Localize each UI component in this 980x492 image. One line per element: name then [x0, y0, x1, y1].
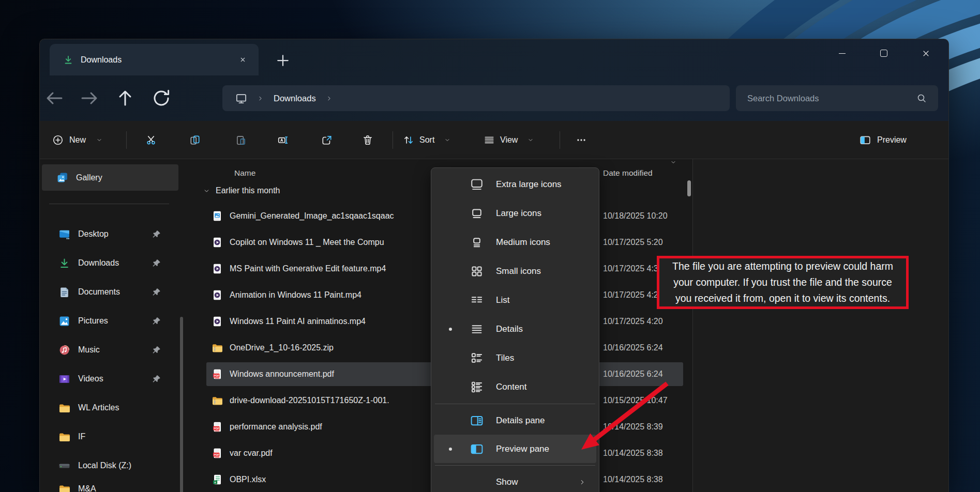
sidebar-item-wl-articles[interactable]: WL Articles [44, 396, 174, 419]
sidebar-item-m-a[interactable]: M&A [44, 478, 174, 492]
folder-icon [58, 402, 70, 414]
sidebar-item-videos[interactable]: Videos [44, 367, 174, 390]
search-box[interactable]: Search Downloads [736, 85, 938, 111]
sidebar-item-local-disk-z[interactable]: Local Disk (Z:) [44, 454, 174, 477]
pin-icon [152, 229, 161, 239]
forward-button[interactable] [79, 87, 100, 110]
chevron-down-icon [444, 137, 450, 143]
column-header-date-modified[interactable]: Date modified [603, 168, 653, 178]
preview-warning-text: The file you are attempting to preview c… [665, 258, 901, 306]
this-pc-icon[interactable] [235, 93, 247, 104]
up-button[interactable] [115, 87, 135, 110]
new-button[interactable]: New [52, 121, 102, 159]
copy-button[interactable] [184, 121, 206, 159]
rename-button[interactable] [272, 121, 294, 159]
sidebar-item-gallery[interactable]: Gallery [42, 164, 178, 191]
sidebar-scrollbar[interactable] [180, 317, 183, 492]
menu-item-large-icons[interactable]: Large icons [434, 199, 596, 228]
command-bar: New Sort View Preview [40, 121, 948, 159]
file-video-icon [212, 289, 223, 301]
search-icon[interactable] [916, 93, 927, 103]
menu-item-medium-icons[interactable]: Medium icons [434, 228, 596, 257]
sidebar-item-label: Desktop [78, 229, 109, 239]
breadcrumb-downloads[interactable]: Downloads [274, 94, 316, 103]
preview-toggle-button[interactable]: Preview [860, 121, 907, 159]
svg-text:PDF: PDF [214, 427, 220, 430]
file-date-modified: 10/14/2025 8:39 [603, 422, 682, 432]
menu-item-show[interactable]: Show [434, 468, 596, 492]
tab-close-icon[interactable] [235, 52, 250, 68]
file-date-modified: 10/16/2025 6:24 [603, 343, 682, 352]
pin-icon [152, 345, 161, 355]
see-more-button[interactable] [570, 121, 593, 159]
file-date-modified: 10/18/2025 10:20 [603, 211, 682, 221]
sidebar-item-music[interactable]: Music [44, 339, 174, 361]
more-icon [576, 134, 587, 146]
file-video-icon [212, 316, 223, 327]
file-video-icon [212, 263, 223, 274]
file-date-modified: 10/14/2025 8:38 [603, 449, 682, 458]
group-header[interactable]: Earlier this month [194, 186, 280, 195]
explorer-tab-downloads[interactable]: Downloads [50, 44, 259, 75]
menu-separator [435, 465, 595, 466]
sidebar-item-label: Local Disk (Z:) [78, 461, 131, 470]
small-icons-icon [470, 265, 484, 278]
navigation-bar: Downloads Search Downloads [40, 75, 948, 121]
cut-button[interactable] [140, 121, 162, 159]
view-dropdown-menu: Extra large iconsLarge iconsMedium icons… [431, 167, 599, 492]
desktop-icon [58, 228, 70, 240]
close-button[interactable] [914, 43, 938, 63]
navigation-pane: GalleryDesktopDownloadsDocumentsPictures… [40, 159, 184, 492]
group-collapse-icon[interactable] [203, 188, 210, 194]
file-list-scrollbar[interactable] [687, 180, 691, 196]
menu-item-content[interactable]: Content [434, 373, 596, 402]
menu-item-preview-pane[interactable]: Preview pane [434, 435, 596, 463]
selected-bullet-icon [449, 448, 452, 451]
new-tab-button[interactable] [274, 53, 292, 68]
refresh-button[interactable] [151, 87, 172, 110]
menu-item-details[interactable]: Details [434, 315, 596, 344]
sort-label: Sort [419, 135, 434, 145]
folder-icon [58, 431, 70, 443]
sort-button[interactable]: Sort [403, 121, 450, 159]
back-button[interactable] [44, 87, 65, 110]
tiles-view-icon [470, 351, 484, 365]
sidebar-item-label: Downloads [78, 258, 119, 268]
menu-item-tiles[interactable]: Tiles [434, 344, 596, 373]
sidebar-separator [49, 204, 169, 204]
paste-button[interactable] [230, 121, 252, 159]
menu-item-list[interactable]: List [434, 286, 596, 315]
view-button[interactable]: View [484, 121, 534, 159]
file-date-modified: 10/15/2025 10:47 [603, 396, 682, 405]
sidebar-item-desktop[interactable]: Desktop [44, 223, 174, 245]
pictures-icon [58, 315, 70, 327]
sidebar-item-label: Documents [78, 287, 120, 297]
maximize-button[interactable] [872, 43, 896, 63]
menu-item-extra-large-icons[interactable]: Extra large icons [434, 170, 596, 199]
sidebar-item-label: Gallery [76, 173, 102, 182]
sidebar-item-downloads[interactable]: Downloads [44, 252, 174, 274]
toolbar-separator [560, 131, 560, 149]
column-header-name[interactable]: Name [234, 168, 255, 178]
file-date-modified: 10/16/2025 6:24 [603, 370, 682, 379]
minimize-button[interactable] [830, 43, 854, 63]
menu-item-small-icons[interactable]: Small icons [434, 257, 596, 286]
sidebar-item-documents[interactable]: Documents [44, 281, 174, 303]
sidebar-item-if[interactable]: IF [44, 425, 174, 448]
menu-item-label: Show [496, 476, 518, 487]
pin-icon [152, 287, 161, 297]
details-pane-icon [470, 414, 484, 427]
sort-direction-icon[interactable] [670, 159, 676, 165]
toolbar-separator [393, 131, 393, 149]
content-view-icon [470, 380, 484, 394]
sidebar-item-pictures[interactable]: Pictures [44, 310, 174, 332]
address-bar[interactable]: Downloads [222, 85, 730, 111]
share-button[interactable] [315, 121, 338, 159]
file-date-modified: 10/17/2025 4:20 [603, 317, 682, 326]
group-label: Earlier this month [216, 186, 280, 195]
menu-item-details-pane[interactable]: Details pane [434, 406, 596, 435]
menu-item-label: Large icons [496, 208, 541, 219]
toolbar-separator [126, 131, 127, 149]
breadcrumb-chevron-icon [257, 95, 264, 102]
delete-button[interactable] [356, 121, 379, 159]
